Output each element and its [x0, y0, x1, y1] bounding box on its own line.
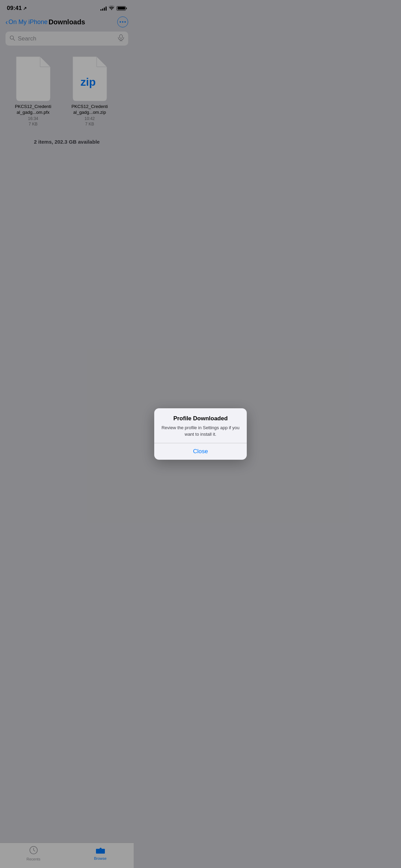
modal-overlay: Profile Downloaded Review the profile in… [0, 0, 134, 289]
